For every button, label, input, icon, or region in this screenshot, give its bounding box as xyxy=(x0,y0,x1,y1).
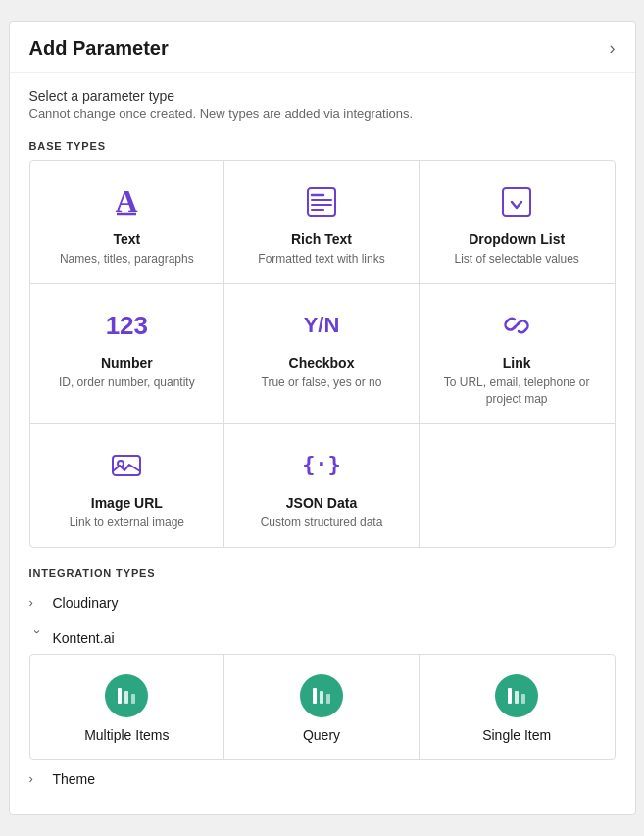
kontent-single-item[interactable]: Single Item xyxy=(420,655,615,759)
kontent-multiple-items-icon xyxy=(105,674,148,717)
theme-header[interactable]: › Theme xyxy=(29,763,616,795)
kontent-single-item-icon xyxy=(495,674,538,717)
base-types-grid: A Text Names, titles, paragraphs xyxy=(29,160,616,547)
type-name-rich-text: Rich Text xyxy=(291,231,352,247)
kontent-chevron: › xyxy=(29,630,44,646)
svg-rect-18 xyxy=(515,691,519,704)
type-name-link: Link xyxy=(503,355,531,370)
type-desc-text: Names, titles, paragraphs xyxy=(60,251,194,268)
text-icon: A xyxy=(109,180,144,223)
dropdown-icon xyxy=(499,180,534,223)
theme-chevron: › xyxy=(29,771,45,786)
type-cell-number[interactable]: 123 Number ID, order number, quantity xyxy=(30,284,225,424)
svg-text:{·}: {·} xyxy=(304,452,339,476)
svg-rect-16 xyxy=(326,694,330,704)
panel-header: Add Parameter › xyxy=(10,22,635,73)
svg-rect-17 xyxy=(508,688,512,704)
kontent-multiple-items[interactable]: Multiple Items xyxy=(30,655,225,759)
kontent-label: Kontent.ai xyxy=(53,630,115,646)
type-cell-text[interactable]: A Text Names, titles, paragraphs xyxy=(30,161,225,284)
svg-rect-7 xyxy=(503,188,530,216)
type-name-dropdown: Dropdown List xyxy=(469,231,565,247)
type-cell-empty xyxy=(420,424,615,547)
image-url-icon xyxy=(109,444,144,487)
svg-rect-14 xyxy=(313,688,317,704)
cloudinary-label: Cloudinary xyxy=(53,595,119,611)
svg-rect-2 xyxy=(308,188,335,216)
kontent-single-item-label: Single Item xyxy=(482,727,551,743)
subtitle-sub: Cannot change once created. New types ar… xyxy=(29,106,616,121)
integration-types-label: INTEGRATION TYPES xyxy=(29,567,616,579)
type-desc-number: ID, order number, quantity xyxy=(59,374,195,391)
type-name-text: Text xyxy=(113,231,140,247)
json-icon: {·} xyxy=(304,444,339,487)
type-name-number: Number xyxy=(101,355,153,370)
type-cell-checkbox[interactable]: Y/N Checkbox True or false, yes or no xyxy=(224,284,420,424)
integration-theme: › Theme xyxy=(29,763,616,795)
type-cell-json[interactable]: {·} JSON Data Custom structured data xyxy=(224,424,420,547)
type-cell-dropdown[interactable]: Dropdown List List of selectable values xyxy=(420,161,615,284)
kontent-header[interactable]: › Kontent.ai xyxy=(29,622,616,654)
base-types-label: BASE TYPES xyxy=(29,140,616,152)
svg-rect-8 xyxy=(113,456,140,475)
integration-kontent: › Kontent.ai Multiple Items xyxy=(29,622,616,760)
type-cell-image-url[interactable]: Image URL Link to external image xyxy=(30,424,225,547)
type-name-json: JSON Data xyxy=(286,495,357,511)
cloudinary-chevron: › xyxy=(29,595,45,610)
theme-label: Theme xyxy=(53,771,96,787)
kontent-query-icon xyxy=(300,674,343,717)
type-desc-image-url: Link to external image xyxy=(70,515,184,531)
type-name-image-url: Image URL xyxy=(91,495,163,511)
kontent-query[interactable]: Query xyxy=(224,655,420,759)
type-desc-rich-text: Formatted text with links xyxy=(258,251,384,268)
type-desc-dropdown: List of selectable values xyxy=(454,251,578,268)
integration-cloudinary: › Cloudinary xyxy=(29,587,616,618)
type-name-checkbox: Checkbox xyxy=(289,355,355,370)
subtitle-main: Select a parameter type xyxy=(29,88,616,104)
type-cell-rich-text[interactable]: Rich Text Formatted text with links xyxy=(224,161,420,284)
cloudinary-header[interactable]: › Cloudinary xyxy=(29,587,616,618)
panel-title: Add Parameter xyxy=(29,37,169,60)
panel-body: Select a parameter type Cannot change on… xyxy=(10,73,635,813)
svg-rect-13 xyxy=(131,694,135,704)
svg-rect-15 xyxy=(320,691,323,704)
panel-close-chevron[interactable]: › xyxy=(610,38,616,59)
svg-rect-12 xyxy=(124,691,128,704)
number-icon: 123 xyxy=(106,304,148,347)
kontent-grid: Multiple Items Query xyxy=(29,654,616,760)
checkbox-icon: Y/N xyxy=(304,304,340,347)
type-cell-link[interactable]: Link To URL, email, telephone or project… xyxy=(420,284,615,424)
rich-text-icon xyxy=(304,180,339,223)
type-desc-checkbox: True or false, yes or no xyxy=(262,374,382,391)
kontent-multiple-items-label: Multiple Items xyxy=(84,727,169,743)
add-parameter-panel: Add Parameter › Select a parameter type … xyxy=(9,21,636,814)
link-icon xyxy=(499,304,534,347)
svg-rect-19 xyxy=(521,694,525,704)
svg-rect-11 xyxy=(118,688,122,704)
type-desc-link: To URL, email, telephone or project map xyxy=(429,374,605,408)
kontent-query-label: Query xyxy=(303,727,340,743)
type-desc-json: Custom structured data xyxy=(261,515,383,531)
